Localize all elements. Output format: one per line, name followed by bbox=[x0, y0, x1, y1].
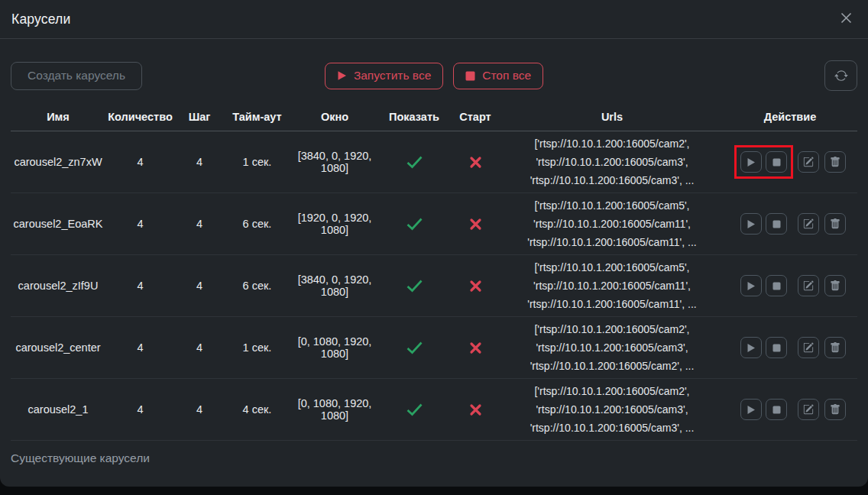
stop-icon bbox=[772, 406, 781, 414]
delete-button[interactable] bbox=[824, 399, 846, 420]
carousel-window: [3840, 0, 1920, 1080] bbox=[290, 255, 379, 317]
carousel-step: 4 bbox=[175, 317, 224, 379]
edit-button[interactable] bbox=[798, 275, 819, 296]
cross-icon bbox=[469, 218, 482, 231]
check-icon bbox=[406, 155, 423, 169]
carousel-count: 4 bbox=[105, 255, 175, 317]
play-stop-group bbox=[734, 145, 793, 179]
carousels-modal: Карусели Создать карусель Запустить все … bbox=[0, 0, 868, 487]
carousel-count: 4 bbox=[105, 193, 175, 255]
play-button[interactable] bbox=[740, 213, 762, 235]
show-status-cell bbox=[379, 131, 449, 193]
table-row: carousel2_1 4 4 4 сек. [0, 1080, 1920, 1… bbox=[11, 379, 857, 441]
carousel-window: [1920, 0, 1920, 1080] bbox=[290, 193, 379, 255]
edit-button[interactable] bbox=[798, 151, 819, 173]
edit-button[interactable] bbox=[798, 213, 819, 235]
delete-button[interactable] bbox=[824, 275, 846, 296]
carousel-window: [3840, 0, 1920, 1080] bbox=[290, 131, 379, 193]
start-status-cell bbox=[449, 317, 501, 379]
edit-icon bbox=[803, 157, 814, 167]
carousel-urls: ['rtsp://10.10.1.200:16005/cam2', 'rtsp:… bbox=[501, 131, 723, 193]
col-header-window: Окно bbox=[290, 106, 379, 131]
trash-icon bbox=[830, 342, 840, 353]
play-button[interactable] bbox=[740, 151, 762, 173]
page-title: Карусели bbox=[11, 11, 71, 28]
col-header-name: Имя bbox=[11, 106, 105, 131]
show-status-cell bbox=[379, 317, 449, 379]
cross-icon bbox=[469, 403, 482, 416]
carousel-count: 4 bbox=[105, 131, 175, 193]
carousels-table: Имя Количество Шаг Тайм-аут Окно Показат… bbox=[11, 106, 857, 441]
carousel-step: 4 bbox=[175, 131, 224, 193]
edit-button[interactable] bbox=[798, 337, 819, 358]
stop-button[interactable] bbox=[766, 151, 787, 173]
play-stop-group bbox=[734, 269, 793, 302]
stop-button[interactable] bbox=[766, 213, 787, 235]
start-all-button[interactable]: Запустить все bbox=[325, 63, 443, 89]
stop-all-label: Стоп все bbox=[482, 69, 531, 82]
stop-all-button[interactable]: Стоп все bbox=[453, 63, 543, 89]
stop-button[interactable] bbox=[766, 337, 787, 358]
edit-icon bbox=[803, 404, 814, 415]
start-all-label: Запустить все bbox=[354, 69, 431, 82]
show-status-cell bbox=[379, 255, 449, 317]
table-row: carousel2_zn7xW 4 4 1 сек. [3840, 0, 192… bbox=[11, 131, 857, 193]
carousel-timeout: 1 сек. bbox=[224, 317, 290, 379]
delete-button[interactable] bbox=[824, 337, 846, 358]
start-status-cell bbox=[449, 193, 501, 255]
play-icon bbox=[747, 219, 756, 229]
play-stop-group bbox=[734, 207, 793, 241]
carousel-timeout: 1 сек. bbox=[224, 131, 290, 193]
edit-button[interactable] bbox=[798, 399, 819, 420]
play-icon bbox=[747, 281, 756, 291]
trash-icon bbox=[830, 157, 840, 167]
carousel-window: [0, 1080, 1920, 1080] bbox=[290, 317, 379, 379]
start-status-cell bbox=[449, 379, 501, 441]
actions-cell bbox=[723, 317, 857, 379]
edit-delete-group bbox=[798, 151, 846, 173]
carousel-step: 4 bbox=[175, 255, 224, 317]
play-button[interactable] bbox=[740, 399, 762, 420]
show-status-cell bbox=[379, 193, 449, 255]
col-header-show: Показать bbox=[379, 106, 449, 131]
stop-icon bbox=[772, 344, 781, 352]
table-header-row: Имя Количество Шаг Тайм-аут Окно Показат… bbox=[11, 106, 857, 131]
stop-icon bbox=[772, 282, 781, 290]
edit-icon bbox=[803, 280, 814, 291]
col-header-urls: Urls bbox=[501, 106, 723, 131]
carousel-name: carousel2_1 bbox=[11, 379, 105, 441]
carousel-timeout: 4 сек. bbox=[224, 379, 290, 441]
carousel-name: carousel2_zIf9U bbox=[11, 255, 105, 317]
stop-button[interactable] bbox=[766, 275, 787, 296]
carousel-urls: ['rtsp://10.10.1.200:16005/cam5', 'rtsp:… bbox=[501, 193, 723, 255]
edit-delete-group bbox=[798, 213, 846, 235]
check-icon bbox=[406, 279, 423, 293]
carousel-timeout: 6 сек. bbox=[224, 255, 290, 317]
stop-button[interactable] bbox=[766, 399, 787, 420]
refresh-button[interactable] bbox=[824, 60, 857, 91]
play-icon bbox=[747, 157, 756, 167]
create-carousel-button[interactable]: Создать карусель bbox=[11, 62, 142, 90]
carousel-urls: ['rtsp://10.10.1.200:16005/cam2', 'rtsp:… bbox=[501, 317, 723, 379]
play-stop-group bbox=[734, 331, 793, 364]
cross-icon bbox=[469, 156, 482, 169]
edit-delete-group bbox=[798, 399, 846, 420]
trash-icon bbox=[830, 404, 840, 415]
col-header-action: Действие bbox=[723, 106, 857, 131]
col-header-timeout: Тайм-аут bbox=[224, 106, 290, 131]
delete-button[interactable] bbox=[824, 213, 846, 235]
stop-icon bbox=[465, 71, 475, 81]
check-icon bbox=[406, 403, 423, 416]
delete-button[interactable] bbox=[824, 151, 846, 173]
edit-icon bbox=[803, 218, 814, 229]
close-button[interactable] bbox=[837, 8, 856, 30]
carousels-table-wrap: Имя Количество Шаг Тайм-аут Окно Показат… bbox=[0, 106, 868, 441]
col-header-step: Шаг bbox=[175, 106, 224, 131]
col-header-count: Количество bbox=[105, 106, 175, 131]
actions-cell bbox=[723, 379, 857, 441]
play-button[interactable] bbox=[740, 337, 762, 358]
table-row: carousel2_zIf9U 4 4 6 сек. [3840, 0, 192… bbox=[11, 255, 857, 317]
actions-cell bbox=[723, 193, 857, 255]
play-button[interactable] bbox=[740, 275, 762, 296]
close-icon bbox=[838, 10, 854, 28]
